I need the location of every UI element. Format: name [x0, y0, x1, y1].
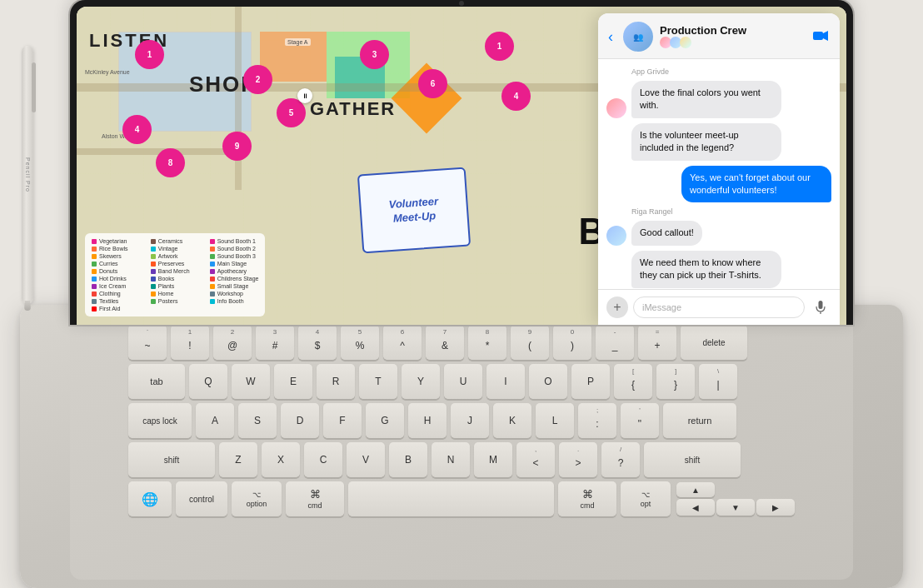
key-return[interactable]: return: [663, 403, 736, 438]
key-q[interactable]: Q: [189, 364, 227, 399]
key-command-right[interactable]: ⌘cmd: [558, 481, 616, 516]
key-row-4: shift Z X C V B N M ,< .> /? shift: [128, 442, 795, 477]
message-input[interactable]: iMessage: [633, 296, 805, 318]
key-2[interactable]: 2@: [213, 325, 252, 360]
msg-bubble-5: We need them to know where they can pick…: [631, 251, 781, 288]
key-f[interactable]: F: [323, 403, 362, 438]
key-7[interactable]: 7&: [426, 325, 464, 360]
key-n[interactable]: N: [432, 442, 470, 477]
key-o[interactable]: O: [529, 364, 567, 399]
key-e[interactable]: E: [274, 364, 312, 399]
key-quote[interactable]: '": [621, 403, 659, 438]
imessage-input-bar: + iMessage: [598, 289, 840, 325]
key-comma[interactable]: ,<: [516, 442, 555, 477]
legend-plants: Plants: [151, 283, 200, 289]
key-bracket-close[interactable]: ]}: [656, 364, 695, 399]
key-x[interactable]: X: [262, 442, 300, 477]
key-r[interactable]: R: [317, 364, 355, 399]
key-shift-left[interactable]: shift: [128, 442, 215, 477]
msg-row-1: Love the final colors you went with.: [606, 81, 831, 118]
key-w[interactable]: W: [232, 364, 270, 399]
key-option-right[interactable]: ⌥opt: [621, 481, 671, 516]
key-control[interactable]: control: [176, 481, 227, 516]
legend-donuts: Donuts: [92, 268, 141, 274]
legend-icecream: Ice Cream: [92, 283, 141, 289]
key-m[interactable]: M: [474, 442, 512, 477]
legend-textiles: Textiles: [92, 298, 141, 304]
key-1[interactable]: 1!: [171, 325, 209, 360]
key-3[interactable]: 3#: [256, 325, 294, 360]
key-bracket-open[interactable]: [{: [614, 364, 652, 399]
road-vertical-1: [235, 7, 242, 190]
key-s[interactable]: S: [238, 403, 277, 438]
svg-rect-0: [813, 32, 823, 40]
key-6[interactable]: 6^: [383, 325, 422, 360]
map-circle-7: 6: [418, 69, 447, 98]
legend-bandmerch: Band Merch: [151, 268, 200, 274]
key-caps-lock[interactable]: caps lock: [128, 403, 192, 438]
legend-posters: Posters: [151, 298, 200, 304]
key-equals[interactable]: =+: [638, 325, 676, 360]
key-0[interactable]: 0): [553, 325, 591, 360]
key-a[interactable]: A: [196, 403, 234, 438]
key-t[interactable]: T: [359, 364, 397, 399]
imessage-panel: ‹ 👥 Production Crew: [598, 13, 840, 325]
key-l[interactable]: L: [536, 403, 574, 438]
key-8[interactable]: 8*: [468, 325, 506, 360]
key-slash[interactable]: /?: [601, 442, 640, 477]
key-j[interactable]: J: [451, 403, 489, 438]
msg-sender-4: Riga Rangel: [631, 207, 831, 216]
key-arrow-down[interactable]: ▼: [716, 499, 755, 516]
key-minus[interactable]: -_: [596, 325, 634, 360]
key-arrow-left[interactable]: ◀: [676, 499, 715, 516]
legend-curries: Curries: [92, 261, 141, 267]
key-arrow-up[interactable]: ▲: [676, 482, 715, 497]
key-z[interactable]: Z: [219, 442, 257, 477]
key-backslash[interactable]: \|: [699, 364, 737, 399]
legend-ceramics: Ceramics: [151, 238, 200, 244]
key-p[interactable]: P: [571, 364, 610, 399]
key-b[interactable]: B: [389, 442, 427, 477]
key-u[interactable]: U: [444, 364, 482, 399]
key-period[interactable]: .>: [559, 442, 597, 477]
msg-sender-1: App Grivde: [631, 67, 831, 76]
key-4[interactable]: 4$: [298, 325, 337, 360]
key-g[interactable]: G: [366, 403, 404, 438]
key-option-left[interactable]: ⌥option: [232, 481, 282, 516]
map-circle-3: 8: [156, 148, 185, 177]
key-delete[interactable]: delete: [681, 325, 747, 360]
key-tab[interactable]: tab: [128, 364, 185, 399]
key-d[interactable]: D: [281, 403, 319, 438]
key-space[interactable]: [348, 481, 554, 516]
back-button[interactable]: ‹: [608, 28, 613, 46]
key-9[interactable]: 9(: [511, 325, 549, 360]
key-globe[interactable]: 🌐: [128, 481, 172, 516]
key-c[interactable]: C: [304, 442, 342, 477]
key-row-2: tab Q W E R T Y U I O P [{ ]} \|: [128, 364, 795, 399]
key-arrow-right[interactable]: ▶: [756, 499, 795, 516]
key-shift-right[interactable]: shift: [644, 442, 741, 477]
legend-workshop: Workshop: [210, 291, 259, 296]
message-placeholder: iMessage: [642, 302, 681, 312]
key-tilde[interactable]: ` ~: [128, 325, 167, 360]
key-h[interactable]: H: [408, 403, 447, 438]
group-name: Production Crew: [660, 24, 806, 37]
facetime-icon[interactable]: [813, 28, 830, 46]
street-label-mckinley: McKinley Avenue: [85, 69, 130, 75]
add-attachment-button[interactable]: +: [606, 296, 628, 318]
key-i[interactable]: I: [486, 364, 525, 399]
key-y[interactable]: Y: [402, 364, 440, 399]
map-legend: Vegetarian Ceramics Sound Booth 1 Rice B…: [85, 233, 265, 316]
group-info: Production Crew: [660, 24, 806, 50]
msg-row-2: Is the volunteer meet-up included in the…: [631, 123, 831, 161]
legend-mainstage: Main Stage: [210, 261, 259, 267]
legend-clothing: Clothing: [92, 291, 141, 296]
keyboard-surface: ` ~ 1! 2@ 3# 4$ 5% 6^ 7& 8* 9( 0) -_ =+ …: [70, 313, 853, 580]
key-5[interactable]: 5%: [341, 325, 379, 360]
voice-input-button[interactable]: [810, 296, 831, 318]
legend-childrensstage: Childrens Stage: [210, 276, 259, 282]
key-command-left[interactable]: ⌘cmd: [286, 481, 344, 516]
key-k[interactable]: K: [493, 403, 531, 438]
key-semicolon[interactable]: ;:: [578, 403, 616, 438]
key-v[interactable]: V: [347, 442, 385, 477]
